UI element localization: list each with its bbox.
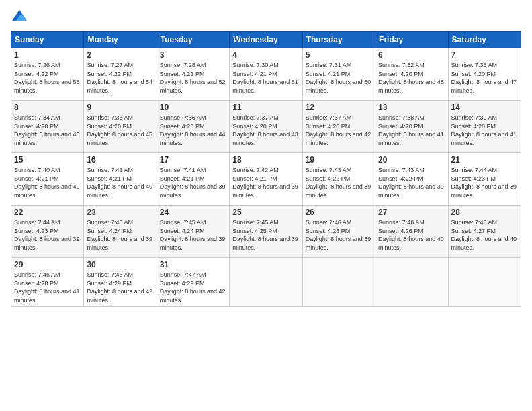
sunrise-label: Sunrise: 7:26 AM xyxy=(14,62,60,68)
day-number: 9 xyxy=(87,103,153,112)
daylight-label: Daylight: 8 hours and 40 minutes. xyxy=(451,236,517,251)
daylight-label: Daylight: 8 hours and 41 minutes. xyxy=(451,131,517,146)
sunset-label: Sunset: 4:21 PM xyxy=(87,175,132,182)
day-number: 23 xyxy=(87,208,153,217)
daylight-label: Daylight: 8 hours and 39 minutes. xyxy=(306,183,371,199)
day-number: 26 xyxy=(306,208,372,217)
day-cell-29: 29 Sunrise: 7:46 AM Sunset: 4:28 PM Dayl… xyxy=(11,258,84,307)
daylight-label: Daylight: 8 hours and 42 minutes. xyxy=(87,288,152,304)
day-number: 16 xyxy=(87,155,153,165)
day-cell-17: 17 Sunrise: 7:41 AM Sunset: 4:21 PM Dayl… xyxy=(157,153,229,205)
day-info: Sunrise: 7:37 AM Sunset: 4:20 PM Dayligh… xyxy=(232,113,299,147)
day-number: 11 xyxy=(232,103,299,112)
day-cell-16: 16 Sunrise: 7:41 AM Sunset: 4:21 PM Dayl… xyxy=(84,153,157,205)
day-info: Sunrise: 7:41 AM Sunset: 4:21 PM Dayligh… xyxy=(87,166,153,199)
daylight-label: Daylight: 8 hours and 48 minutes. xyxy=(378,79,444,94)
daylight-label: Daylight: 8 hours and 42 minutes. xyxy=(160,288,226,304)
day-cell-4: 4 Sunrise: 7:30 AM Sunset: 4:21 PM Dayli… xyxy=(230,48,302,101)
sunset-label: Sunset: 4:20 PM xyxy=(378,123,423,130)
empty-cell xyxy=(448,258,521,307)
daylight-label: Daylight: 8 hours and 45 minutes. xyxy=(87,131,152,146)
daylight-label: Daylight: 8 hours and 40 minutes. xyxy=(87,183,152,199)
day-number: 19 xyxy=(306,155,372,165)
sunset-label: Sunset: 4:22 PM xyxy=(378,175,423,182)
day-cell-6: 6 Sunrise: 7:32 AM Sunset: 4:20 PM Dayli… xyxy=(375,48,448,101)
day-number: 6 xyxy=(378,50,445,60)
sunrise-label: Sunrise: 7:32 AM xyxy=(378,62,425,68)
day-number: 5 xyxy=(306,50,372,60)
day-info: Sunrise: 7:34 AM Sunset: 4:20 PM Dayligh… xyxy=(14,113,81,147)
day-info: Sunrise: 7:39 AM Sunset: 4:20 PM Dayligh… xyxy=(451,113,518,147)
daylight-label: Daylight: 8 hours and 39 minutes. xyxy=(160,236,226,251)
day-number: 30 xyxy=(87,260,153,269)
daylight-label: Daylight: 8 hours and 39 minutes. xyxy=(451,183,517,199)
day-cell-20: 20 Sunrise: 7:43 AM Sunset: 4:22 PM Dayl… xyxy=(375,153,448,205)
sunset-label: Sunset: 4:29 PM xyxy=(87,280,132,287)
daylight-label: Daylight: 8 hours and 51 minutes. xyxy=(232,79,298,94)
sunset-label: Sunset: 4:20 PM xyxy=(378,71,423,77)
day-info: Sunrise: 7:44 AM Sunset: 4:23 PM Dayligh… xyxy=(451,166,518,199)
empty-cell xyxy=(302,258,375,307)
day-cell-5: 5 Sunrise: 7:31 AM Sunset: 4:21 PM Dayli… xyxy=(302,48,375,101)
day-cell-28: 28 Sunrise: 7:46 AM Sunset: 4:27 PM Dayl… xyxy=(448,205,521,258)
daylight-label: Daylight: 8 hours and 39 minutes. xyxy=(378,183,444,199)
sunset-label: Sunset: 4:20 PM xyxy=(14,123,59,130)
day-number: 2 xyxy=(87,50,153,60)
sunset-label: Sunset: 4:29 PM xyxy=(160,280,205,287)
sunset-label: Sunset: 4:20 PM xyxy=(232,123,277,130)
day-number: 22 xyxy=(14,208,81,217)
day-cell-1: 1 Sunrise: 7:26 AM Sunset: 4:22 PM Dayli… xyxy=(11,48,84,101)
empty-cell xyxy=(375,258,448,307)
sunrise-label: Sunrise: 7:38 AM xyxy=(378,114,425,121)
day-info: Sunrise: 7:33 AM Sunset: 4:20 PM Dayligh… xyxy=(451,61,518,95)
day-number: 1 xyxy=(14,50,81,60)
sunset-label: Sunset: 4:28 PM xyxy=(14,280,59,287)
day-number: 3 xyxy=(160,50,226,60)
col-header-wednesday: Wednesday xyxy=(230,32,302,48)
sunset-label: Sunset: 4:21 PM xyxy=(232,175,277,182)
daylight-label: Daylight: 8 hours and 40 minutes. xyxy=(14,183,80,199)
sunrise-label: Sunrise: 7:36 AM xyxy=(160,114,206,121)
daylight-label: Daylight: 8 hours and 44 minutes. xyxy=(160,131,226,146)
daylight-label: Daylight: 8 hours and 46 minutes. xyxy=(14,131,80,146)
day-info: Sunrise: 7:46 AM Sunset: 4:29 PM Dayligh… xyxy=(87,271,153,304)
day-cell-26: 26 Sunrise: 7:46 AM Sunset: 4:26 PM Dayl… xyxy=(302,205,375,258)
day-info: Sunrise: 7:43 AM Sunset: 4:22 PM Dayligh… xyxy=(306,166,372,199)
day-cell-23: 23 Sunrise: 7:45 AM Sunset: 4:24 PM Dayl… xyxy=(84,205,157,258)
sunset-label: Sunset: 4:21 PM xyxy=(14,175,59,182)
daylight-label: Daylight: 8 hours and 41 minutes. xyxy=(378,131,444,146)
day-cell-15: 15 Sunrise: 7:40 AM Sunset: 4:21 PM Dayl… xyxy=(11,153,84,205)
day-number: 29 xyxy=(14,260,81,269)
day-info: Sunrise: 7:31 AM Sunset: 4:21 PM Dayligh… xyxy=(306,61,372,95)
col-header-tuesday: Tuesday xyxy=(157,32,229,48)
sunrise-label: Sunrise: 7:39 AM xyxy=(451,114,498,121)
daylight-label: Daylight: 8 hours and 39 minutes. xyxy=(14,236,80,251)
sunrise-label: Sunrise: 7:31 AM xyxy=(306,62,352,68)
sunrise-label: Sunrise: 7:27 AM xyxy=(87,62,133,68)
day-cell-2: 2 Sunrise: 7:27 AM Sunset: 4:22 PM Dayli… xyxy=(84,48,157,101)
day-number: 28 xyxy=(451,208,518,217)
day-number: 20 xyxy=(378,155,445,165)
sunrise-label: Sunrise: 7:44 AM xyxy=(451,167,498,173)
day-number: 31 xyxy=(160,260,226,269)
day-info: Sunrise: 7:36 AM Sunset: 4:20 PM Dayligh… xyxy=(160,113,226,147)
sunset-label: Sunset: 4:26 PM xyxy=(306,228,351,234)
day-info: Sunrise: 7:45 AM Sunset: 4:24 PM Dayligh… xyxy=(87,218,153,252)
day-number: 8 xyxy=(14,103,81,112)
col-header-friday: Friday xyxy=(375,32,448,48)
day-info: Sunrise: 7:40 AM Sunset: 4:21 PM Dayligh… xyxy=(14,166,81,199)
day-number: 25 xyxy=(232,208,299,217)
sunrise-label: Sunrise: 7:37 AM xyxy=(306,114,352,121)
sunrise-label: Sunrise: 7:44 AM xyxy=(14,219,60,226)
sunset-label: Sunset: 4:22 PM xyxy=(306,175,351,182)
col-header-thursday: Thursday xyxy=(302,32,375,48)
daylight-label: Daylight: 8 hours and 52 minutes. xyxy=(160,79,226,94)
daylight-label: Daylight: 8 hours and 39 minutes. xyxy=(160,183,226,199)
sunrise-label: Sunrise: 7:45 AM xyxy=(160,219,206,226)
header xyxy=(11,8,521,26)
week-row-2: 8 Sunrise: 7:34 AM Sunset: 4:20 PM Dayli… xyxy=(11,101,521,153)
daylight-label: Daylight: 8 hours and 47 minutes. xyxy=(451,79,517,94)
sunrise-label: Sunrise: 7:40 AM xyxy=(14,167,60,173)
day-info: Sunrise: 7:43 AM Sunset: 4:22 PM Dayligh… xyxy=(378,166,445,199)
daylight-label: Daylight: 8 hours and 39 minutes. xyxy=(232,236,298,251)
